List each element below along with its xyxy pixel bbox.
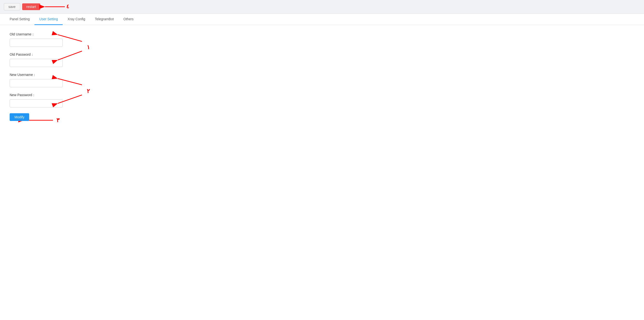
old-password-input[interactable] (10, 59, 63, 67)
old-password-label: Old Password： (10, 52, 634, 57)
save-button[interactable]: save (4, 3, 20, 10)
annotation-restart: ٤ (43, 2, 72, 11)
tab-telegram-bot[interactable]: TelegramBot (90, 14, 119, 25)
old-username-label: Old Username： (10, 32, 634, 37)
new-password-group: New Password： (10, 93, 634, 108)
new-username-label: New Username： (10, 73, 634, 77)
tab-xray-config[interactable]: Xray Config (63, 14, 90, 25)
new-password-label: New Password： (10, 93, 634, 97)
svg-text:٤: ٤ (66, 3, 69, 10)
modify-row: Modify (10, 113, 634, 121)
tab-others[interactable]: Others (118, 14, 138, 25)
tab-panel-setting[interactable]: Panel Setting (5, 14, 34, 25)
old-username-group: Old Username： (10, 32, 634, 47)
new-password-input[interactable] (10, 99, 63, 108)
top-bar: save restart ٤ (0, 0, 644, 14)
modify-button[interactable]: Modify (10, 113, 29, 121)
tabs: Panel Setting User Setting Xray Config T… (0, 14, 644, 25)
restart-button[interactable]: restart (22, 3, 40, 10)
tab-user-setting[interactable]: User Setting (34, 14, 63, 25)
old-username-input[interactable] (10, 38, 63, 47)
new-username-input[interactable] (10, 79, 63, 87)
old-password-group: Old Password： (10, 52, 634, 67)
form-area: ١ ٢ ٣ Old Username： Old Password： New Us… (0, 25, 644, 134)
new-username-group: New Username： (10, 73, 634, 87)
main-content: Panel Setting User Setting Xray Config T… (0, 14, 644, 320)
